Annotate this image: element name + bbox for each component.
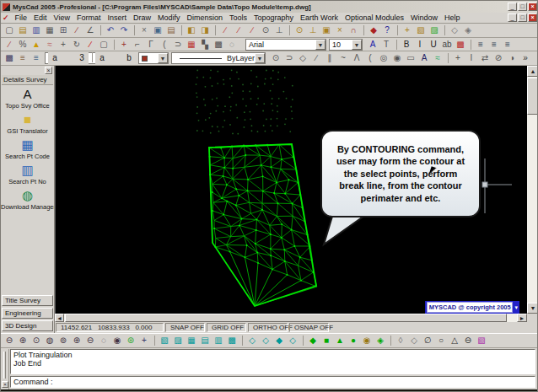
- color-palette-icon[interactable]: ▩: [454, 39, 467, 51]
- command-close-icon[interactable]: ×: [2, 381, 8, 388]
- ◐[interactable]: [62, 52, 75, 64]
- solid-wedge-icon[interactable]: ■: [320, 335, 333, 346]
- copy-icon[interactable]: ▣: [151, 24, 164, 36]
- view-front-icon[interactable]: ◇: [245, 335, 259, 346]
- brush-icon[interactable]: ∕: [3, 39, 16, 51]
- bold-icon[interactable]: B: [400, 39, 413, 51]
- close-button[interactable]: ×: [528, 3, 537, 11]
- orbit-icon[interactable]: +: [137, 335, 151, 346]
- rotate-icon[interactable]: ↻: [70, 39, 83, 51]
- zoom-realtime-icon[interactable]: ⊖: [3, 335, 16, 346]
- color-combo[interactable]: ▼: [138, 52, 169, 64]
- status-ortho[interactable]: ORTHO OFF: [248, 323, 288, 332]
- sketch-pen-2-icon[interactable]: ∕: [232, 24, 245, 36]
- sidebar-panel-title-survey[interactable]: Title Survey: [2, 295, 53, 306]
- percent-icon[interactable]: %: [16, 39, 30, 51]
- offset-icon[interactable]: ⊃: [171, 39, 185, 51]
- cut-icon[interactable]: ×: [137, 24, 151, 36]
- zoom-all-icon[interactable]: ◌: [97, 335, 110, 346]
- line-icon[interactable]: ∕: [309, 52, 323, 64]
- text-color-icon[interactable]: A: [366, 39, 379, 51]
- module-1-icon[interactable]: ▧: [414, 24, 428, 36]
- rotate2-icon[interactable]: ◑: [505, 52, 519, 64]
- mdi-restore-button[interactable]: □: [518, 13, 527, 22]
- menu-earth-work[interactable]: Earth Work: [297, 13, 342, 22]
- angle-tool-icon[interactable]: ∠: [83, 24, 97, 36]
- point-icon[interactable]: ◉: [390, 52, 404, 64]
- zoom-out-icon[interactable]: ⊖: [83, 335, 97, 346]
- gsi-translator[interactable]: ■GSI Translator: [1, 112, 54, 135]
- 3dmesh-icon[interactable]: ◇: [407, 335, 421, 346]
- scroll-down-icon[interactable]: ▼: [527, 303, 538, 314]
- scroll-up-icon[interactable]: ▲: [527, 66, 538, 77]
- layer-states-icon[interactable]: ≡: [16, 52, 30, 64]
- chevron-down-icon[interactable]: ▼: [158, 53, 168, 63]
- parallel-icon[interactable]: ∥: [323, 52, 336, 64]
- pan-icon[interactable]: ◉: [110, 335, 124, 346]
- font-name-combo[interactable]: Arial ▼: [245, 39, 326, 51]
- polygon-icon[interactable]: ◇: [296, 52, 309, 64]
- sidebar-close-icon[interactable]: ×: [45, 67, 52, 74]
- #[interactable]: b: [122, 52, 136, 64]
- cone-surf-icon[interactable]: △: [448, 335, 461, 346]
- view-se-iso-icon[interactable]: ▨: [171, 335, 185, 346]
- mdi-minimize-button[interactable]: _: [508, 13, 517, 22]
- menu-modify[interactable]: Modify: [154, 13, 184, 22]
- break-icon[interactable]: ⊘: [492, 52, 505, 64]
- stretch-icon[interactable]: +: [117, 39, 131, 51]
- layer-previous-icon[interactable]: ≡: [30, 52, 43, 64]
- zoom-extents-icon[interactable]: ⊛: [124, 335, 137, 346]
- command-history[interactable]: Plot TraingulationJob End: [10, 349, 535, 374]
- mdi-close-button[interactable]: ×: [528, 13, 537, 22]
- print-icon[interactable]: ▦: [43, 24, 56, 36]
- view-top-icon[interactable]: ▥: [212, 335, 225, 346]
- status-grid[interactable]: GRID OFF: [207, 323, 246, 332]
- command-input[interactable]: Command :: [10, 376, 535, 388]
- surface-null-icon[interactable]: ∅: [421, 335, 434, 346]
- more-icon[interactable]: »: [519, 52, 532, 64]
- solid-cone-icon[interactable]: ▲: [333, 335, 347, 346]
- view-sw-iso-icon[interactable]: ▧: [158, 335, 171, 346]
- menu-dimension[interactable]: Dimension: [184, 13, 227, 22]
- print-preview-icon[interactable]: ⊞: [56, 24, 70, 36]
- status-osnap[interactable]: OSNAP OFF: [289, 323, 329, 332]
- 3dface-icon[interactable]: ◊: [394, 335, 407, 346]
- menu-format[interactable]: Format: [73, 13, 105, 22]
- search-pt-no[interactable]: ▥Search Pt No: [1, 163, 54, 185]
- point-style-icon[interactable]: ⊙: [259, 24, 272, 36]
- strike-icon[interactable]: ab: [440, 39, 454, 51]
- solid-revolve-icon[interactable]: ◈: [374, 335, 387, 346]
- menu-view[interactable]: View: [51, 13, 73, 22]
- menu-draw[interactable]: Draw: [130, 13, 154, 22]
- circle-icon[interactable]: ⊙: [269, 52, 282, 64]
- open-icon[interactable]: ▤: [16, 24, 30, 36]
- hatch-icon[interactable]: ≈: [431, 52, 444, 64]
- view-left-icon[interactable]: ◆: [272, 335, 286, 346]
- restore-button[interactable]: □: [518, 3, 527, 11]
- menu-file[interactable]: File: [12, 13, 31, 22]
- sphere-surf-icon[interactable]: ○: [434, 335, 448, 346]
- extend-icon[interactable]: Γ: [144, 39, 158, 51]
- arc-icon[interactable]: ⊃: [282, 52, 296, 64]
- minimize-button[interactable]: _: [508, 3, 517, 11]
- paste-icon[interactable]: ▤: [164, 24, 178, 36]
- menu-edit[interactable]: Edit: [30, 13, 51, 22]
- chevron-down-icon[interactable]: ▼: [315, 40, 325, 50]
- osnap-node-icon[interactable]: ⊙: [293, 24, 306, 36]
- view-nw-iso-icon[interactable]: ▤: [198, 335, 212, 346]
- save-icon[interactable]: ▥: [30, 24, 43, 36]
- l[interactable]: a: [48, 52, 62, 64]
- drawing-canvas[interactable]: By CONTOURING command,user may form the …: [55, 66, 527, 314]
- zoom-dynamic-icon[interactable]: ⊙: [30, 335, 43, 346]
- scroll-left-icon[interactable]: ◄: [55, 314, 64, 322]
- osnap-perp-icon[interactable]: ⊥: [306, 24, 320, 36]
- align-center-icon[interactable]: ≡: [487, 39, 501, 51]
- array-icon[interactable]: ▩: [212, 39, 225, 51]
- zoom-scale-icon[interactable]: ◍: [43, 335, 56, 346]
- revcloud-icon[interactable]: ≈: [43, 39, 56, 51]
- osnap-cross-icon[interactable]: ×: [333, 24, 347, 36]
- torus-surf-icon[interactable]: ⊖: [461, 335, 475, 346]
- redline-icon[interactable]: ∕: [83, 39, 97, 51]
- module-2-icon[interactable]: ▨: [428, 24, 441, 36]
- context-help-icon[interactable]: ?: [380, 24, 394, 36]
